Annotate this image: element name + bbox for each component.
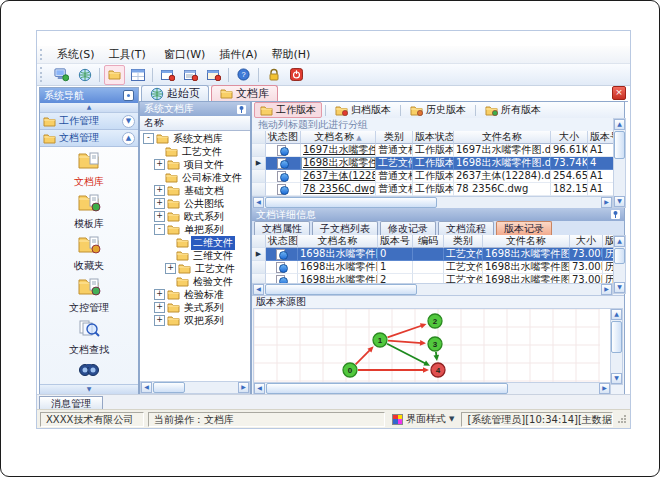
tree-node-公司标准文件[interactable]: 公司标准文件	[140, 171, 250, 184]
version-graph[interactable]: 01234	[254, 309, 600, 383]
table-row[interactable]: 1697出水嘴零件图.dwg普通文档工作版本1697出水嘴零件图.dwg96.6…	[252, 144, 613, 157]
documents-vertical-scrollbar[interactable]: ▲ ▼	[613, 118, 626, 208]
version-node-0[interactable]: 0	[343, 363, 357, 377]
table-row[interactable]: 78 2356C.dwg普通文档工作版本78 2356C.dwg182.15KB…	[252, 183, 613, 196]
column-header-文件名称[interactable]: 文件名称	[454, 131, 551, 144]
table-row[interactable]: 2637主体(12284).dwg普通文档工作版本2637主体(12284).d…	[252, 170, 613, 183]
menu-item-4[interactable]: 插件(A)	[212, 47, 264, 62]
sidebar-group-2[interactable]: 文档管理▲	[40, 130, 138, 147]
detail-tab-文档属性[interactable]: 文档属性	[254, 221, 310, 235]
column-header-文档名称[interactable]: 文档名称	[298, 235, 378, 248]
sidebar-item-文件夹查找[interactable]: 文件夹查找	[64, 360, 114, 384]
pin-icon[interactable]	[237, 105, 246, 114]
tab-文档库[interactable]: 文档库	[211, 85, 278, 101]
expand-icon[interactable]: +	[154, 185, 165, 196]
scroll-right-icon[interactable]: ▶	[601, 197, 612, 208]
menu-item-1[interactable]: 系统(S)	[50, 47, 102, 62]
version-filter-归档版本[interactable]: 归档版本	[329, 102, 397, 118]
sidebar-scroll-down[interactable]: ▼	[40, 384, 138, 394]
scroll-right-icon[interactable]: ▶	[238, 382, 249, 393]
version-filter-历史版本[interactable]: 历史版本	[404, 102, 472, 118]
group-by-bar[interactable]: 拖动列标题到此进行分组	[252, 118, 619, 132]
scroll-down-icon[interactable]: ▼	[611, 373, 622, 384]
expand-icon[interactable]: +	[165, 263, 176, 274]
expand-icon[interactable]: +	[154, 289, 165, 300]
tree-node-系统文档库[interactable]: -系统文档库	[140, 132, 250, 145]
menu-item-2[interactable]: 工具(T)	[102, 47, 153, 62]
current-row-marker[interactable]: ▶	[252, 248, 266, 261]
tab-message-management[interactable]: 消息管理	[39, 396, 103, 410]
scroll-up-icon[interactable]: ▲	[611, 309, 622, 320]
column-header-版本号[interactable]: 版本号	[588, 131, 613, 144]
window-table-icon[interactable]	[127, 65, 148, 85]
scroll-right-icon[interactable]: ▶	[601, 284, 612, 295]
sidebar-scroll-up[interactable]: ▲	[40, 103, 138, 113]
scroll-right-icon[interactable]: ▶	[599, 383, 610, 394]
table-row[interactable]: 1698出水嘴零件图.dwg1工艺文件1698出水嘴零件图.dwg73.00KB…	[252, 261, 613, 274]
table-row[interactable]: ▶1698出水嘴零件图.dwg工艺文件工作版本1698出水嘴零件图.dwg73.…	[252, 157, 613, 170]
tab-起始页[interactable]: 起始页	[141, 85, 209, 101]
column-header-编码[interactable]: 编码	[413, 235, 444, 248]
version-filter-所有版本[interactable]: 所有版本	[479, 102, 547, 118]
scroll-left-icon[interactable]: ◀	[253, 284, 264, 295]
current-row-marker[interactable]: ▶	[252, 157, 266, 170]
sidebar-item-文控管理[interactable]: 文控管理	[69, 276, 109, 315]
tree-node-二维文件[interactable]: 二维文件	[140, 236, 250, 249]
column-header-大小[interactable]: 大小	[570, 235, 603, 248]
scrollbar-thumb[interactable]	[614, 248, 625, 264]
version-node-4[interactable]: 4	[431, 363, 445, 377]
expand-icon[interactable]: +	[154, 211, 165, 222]
column-header-版本状态[interactable]: 版本状态	[413, 131, 454, 144]
graph-vertical-scrollbar[interactable]: ▲ ▼	[610, 308, 623, 385]
column-header-大小[interactable]: 大小	[551, 131, 588, 144]
resize-grip-icon[interactable]	[617, 414, 627, 424]
versions-vertical-scrollbar[interactable]: ▲ ▼	[613, 235, 626, 294]
detail-tab-子文档列表[interactable]: 子文档列表	[312, 221, 378, 235]
tree-node-公共图纸[interactable]: +公共图纸	[140, 197, 250, 210]
column-header-版本号[interactable]: 版本号	[378, 235, 413, 248]
column-header-类别[interactable]: 类别	[376, 131, 413, 144]
tree-node-工艺文件[interactable]: 工艺文件	[140, 145, 250, 158]
globe-icon[interactable]	[74, 65, 95, 85]
column-header-类别[interactable]: 类别	[444, 235, 483, 248]
version-filter-工作版本[interactable]: 工作版本	[254, 102, 322, 118]
row-selector[interactable]	[252, 183, 266, 196]
tree-node-美式系列[interactable]: +美式系列	[140, 301, 250, 314]
scrollbar-thumb[interactable]	[614, 131, 625, 159]
column-header-状态图[interactable]: 状态图	[266, 131, 301, 144]
table-row[interactable]: 1698出水嘴零件图.dwg2工艺文件1698出水嘴零件图.dwg73.00KB…	[252, 274, 613, 283]
sidebar-item-收藏夹[interactable]: 收藏夹	[74, 234, 104, 273]
detail-tab-修改记录[interactable]: 修改记录	[380, 221, 436, 235]
collapse-icon[interactable]: -	[143, 133, 154, 144]
scroll-up-icon[interactable]: ▲	[614, 119, 625, 130]
detail-tab-文档流程[interactable]: 文档流程	[438, 221, 494, 235]
tree-node-单把系列[interactable]: -单把系列	[140, 223, 250, 236]
table-row[interactable]: ▶1698出水嘴零件图.dwg0工艺文件1698出水嘴零件图.dwg73.00K…	[252, 248, 613, 261]
display-settings-icon[interactable]	[51, 65, 72, 85]
power-icon[interactable]	[286, 65, 307, 85]
menubar-grip[interactable]	[40, 49, 47, 61]
menu-item-3[interactable]: 窗口(W)	[157, 47, 212, 62]
tree-node-欧式系列[interactable]: +欧式系列	[140, 210, 250, 223]
window-report-icon[interactable]	[180, 65, 201, 85]
open-folder-window-icon[interactable]	[104, 65, 125, 85]
tree-node-基础文档[interactable]: +基础文档	[140, 184, 250, 197]
row-selector[interactable]	[252, 144, 266, 157]
tree-horizontal-scrollbar[interactable]: ◀ ▶	[140, 381, 250, 394]
toolbar-grip[interactable]	[40, 67, 47, 82]
collapse-icon[interactable]: -	[154, 224, 165, 235]
expand-icon[interactable]: +	[154, 315, 165, 326]
tree-node-工艺文件[interactable]: +工艺文件	[140, 262, 250, 275]
column-header-状态图[interactable]: 状态图	[266, 235, 298, 248]
scrollbar-thumb[interactable]	[611, 321, 622, 353]
help-icon[interactable]: ?	[233, 65, 254, 85]
sidebar-options-icon[interactable]	[123, 90, 134, 101]
column-header-文档名称[interactable]: 文档名称▲	[301, 131, 376, 144]
scrollbar-thumb[interactable]	[266, 383, 508, 394]
version-node-1[interactable]: 1	[373, 333, 387, 347]
scrollbar-thumb[interactable]	[265, 284, 417, 295]
window-alert-icon[interactable]	[203, 65, 224, 85]
scrollbar-thumb[interactable]	[265, 197, 437, 208]
tree-node-三维文件[interactable]: 三维文件	[140, 249, 250, 262]
scroll-down-icon[interactable]: ▼	[614, 196, 625, 207]
